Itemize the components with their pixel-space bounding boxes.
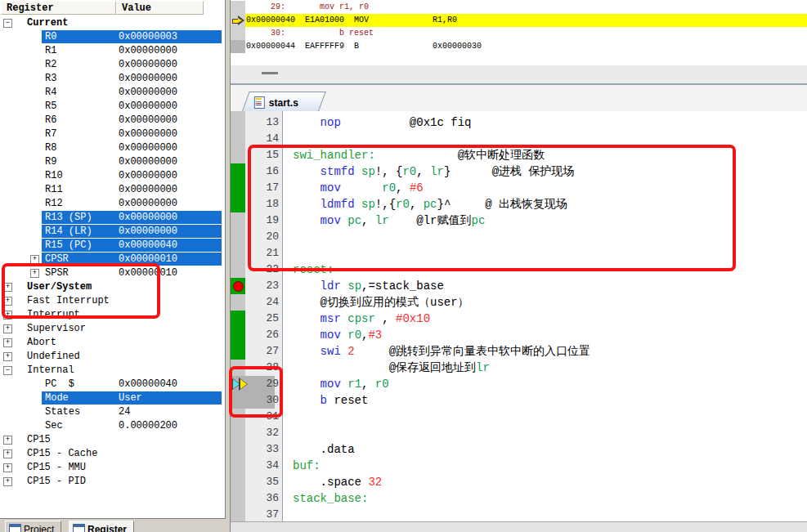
register-row[interactable]: +Undefined — [0, 350, 223, 364]
register-row[interactable]: −Current — [0, 16, 223, 30]
code-line[interactable]: msr cpsr , #0x10 — [293, 311, 430, 327]
register-row[interactable]: −Internal — [0, 364, 223, 378]
expand-icon[interactable]: + — [3, 477, 12, 486]
code-line[interactable]: b reset — [293, 392, 368, 409]
code-line[interactable]: ldmfd sp!,{r0, pc}^ @ 出栈恢复现场 — [293, 196, 567, 212]
register-row[interactable]: Sec0.00000200 — [0, 419, 223, 433]
expand-icon[interactable]: + — [30, 255, 39, 264]
register-row[interactable]: +Abort — [0, 336, 223, 350]
register-value: 0x00000000 — [119, 197, 177, 211]
coverage-marker — [231, 311, 245, 327]
disassembly-gutter-cell[interactable] — [231, 27, 245, 40]
source-editor[interactable]: 13 nop @0x1c fiq1415swi_handler: @软中断处理函… — [231, 111, 807, 521]
register-row[interactable]: R50x00000000 — [0, 100, 223, 114]
register-row[interactable]: +CP15 - PID — [0, 475, 223, 489]
line-number: 17 — [245, 180, 279, 196]
register-row[interactable]: +CP15 - Cache — [0, 447, 223, 461]
register-row[interactable]: +Interrupt — [0, 308, 223, 322]
register-row[interactable]: R90x00000000 — [0, 155, 223, 169]
code-line[interactable]: .space 32 — [293, 474, 382, 490]
expand-icon[interactable]: + — [3, 463, 12, 472]
register-row[interactable]: R60x00000000 — [0, 114, 223, 127]
register-row[interactable]: +Fast Interrupt — [0, 294, 223, 308]
disassembly-line[interactable]: 0x00000044 EAFFFFF9 B 0x00000030 — [231, 40, 807, 53]
expand-icon[interactable]: + — [3, 311, 12, 320]
register-row[interactable]: R10x00000000 — [0, 44, 223, 58]
collapse-icon[interactable]: − — [3, 19, 12, 28]
dock-tab-register[interactable]: Register — [69, 521, 134, 532]
register-value: 0x00000000 — [119, 100, 177, 114]
code-line[interactable]: mov r0, #6 — [293, 180, 424, 196]
coverage-marker — [231, 196, 245, 212]
register-row[interactable]: R120x00000000 — [0, 197, 223, 211]
register-row[interactable]: R80x00000000 — [0, 141, 223, 155]
code-line[interactable]: buf: — [293, 458, 321, 474]
collapse-icon[interactable]: − — [3, 366, 12, 375]
register-row[interactable]: +CP15 - MMU — [0, 461, 223, 475]
expand-icon[interactable]: + — [3, 449, 12, 458]
register-row[interactable]: +SPSR0x00000010 — [0, 266, 223, 280]
disassembly-gutter-cell[interactable] — [231, 1, 245, 14]
register-row[interactable]: R110x00000000 — [0, 183, 223, 197]
code-line[interactable]: nop @0x1c fiq — [293, 114, 471, 131]
register-row[interactable]: +Supervisor — [0, 322, 223, 336]
expand-icon[interactable]: + — [3, 338, 12, 347]
register-value: 0x00000000 — [119, 141, 177, 155]
register-row[interactable]: PC $0x00000040 — [0, 378, 223, 391]
disassembly-text: 0x00000040 E1A01000 MOV R1,R0 — [246, 14, 457, 27]
register-name: CP15 - MMU — [27, 461, 86, 475]
register-row[interactable]: R40x00000000 — [0, 86, 223, 100]
register-row[interactable]: R30x00000000 — [0, 72, 223, 86]
register-row[interactable]: R00x00000003 — [0, 30, 223, 44]
value-column-header[interactable]: Value — [116, 1, 204, 15]
register-value: 0x00000000 — [119, 183, 177, 197]
register-row[interactable]: R100x00000000 — [0, 169, 223, 183]
register-row[interactable]: R14 (LR)0x00000000 — [0, 225, 223, 239]
breakpoint-icon[interactable] — [233, 281, 244, 292]
code-line[interactable]: mov pc, lr @lr赋值到pc — [293, 212, 485, 229]
code-line[interactable]: reset: — [293, 262, 334, 278]
code-line[interactable]: ldr sp,=stack_base — [293, 278, 444, 294]
register-name: CP15 — [27, 433, 51, 447]
code-line[interactable]: stmfd sp!, {r0, lr} @进栈 保护现场 — [293, 163, 575, 180]
horizontal-scrollbar[interactable] — [231, 521, 807, 532]
code-line[interactable]: @保存返回地址到lr — [293, 360, 490, 376]
disassembly-line[interactable]: 0x00000040 E1A01000 MOV R1,R0 — [231, 14, 807, 27]
register-row[interactable]: R15 (PC)0x00000040 — [0, 239, 223, 253]
expand-icon[interactable]: + — [3, 324, 12, 333]
disassembly-line[interactable]: 30: b reset — [231, 27, 807, 40]
register-value: 0x00000000 — [119, 58, 177, 72]
register-row[interactable]: R20x00000000 — [0, 58, 223, 72]
code-line[interactable]: swi 2 @跳转到异常向量表中软中断的入口位置 — [293, 343, 590, 360]
code-line[interactable]: swi_handler: @软中断处理函数 — [293, 147, 545, 163]
register-row[interactable]: R70x00000000 — [0, 127, 223, 141]
register-value: 0x00000000 — [119, 127, 177, 141]
expand-icon[interactable]: + — [3, 297, 12, 306]
expand-icon[interactable]: + — [3, 283, 12, 292]
pane-splitter[interactable] — [231, 65, 807, 83]
code-line[interactable]: mov r1, r0 — [293, 376, 389, 392]
register-value: 24 — [119, 405, 130, 419]
register-row[interactable]: +CPSR0x00000010 — [0, 253, 223, 266]
expand-icon[interactable]: + — [3, 352, 12, 361]
expand-icon[interactable]: + — [3, 436, 12, 445]
code-line[interactable]: stack_base: — [293, 490, 368, 507]
disassembly-gutter-cell[interactable] — [231, 40, 245, 53]
code-line[interactable]: .data — [293, 441, 355, 458]
register-column-header[interactable]: Register — [1, 1, 116, 15]
disassembly-pane[interactable]: 29: mov r1, r00x00000040 E1A01000 MOV R1… — [231, 0, 807, 65]
expand-icon[interactable]: + — [30, 269, 39, 278]
splitter-grip-icon[interactable] — [262, 72, 278, 74]
code-line[interactable]: @切换到应用的模式（user） — [293, 294, 469, 311]
register-row[interactable]: +CP15 — [0, 433, 223, 447]
register-row[interactable]: States24 — [0, 405, 223, 419]
register-row[interactable]: ModeUser — [0, 391, 223, 405]
register-name: Mode — [45, 391, 69, 405]
tab-start-s[interactable]: start.s — [241, 92, 325, 113]
editor-content[interactable]: 13 nop @0x1c fiq1415swi_handler: @软中断处理函… — [231, 114, 807, 520]
disassembly-line[interactable]: 29: mov r1, r0 — [231, 1, 807, 14]
dock-tab-project[interactable]: Project — [5, 521, 61, 532]
register-row[interactable]: R13 (SP)0x00000000 — [0, 211, 223, 225]
code-line[interactable]: mov r0,#3 — [293, 327, 382, 343]
register-row[interactable]: +User/System — [0, 280, 223, 294]
